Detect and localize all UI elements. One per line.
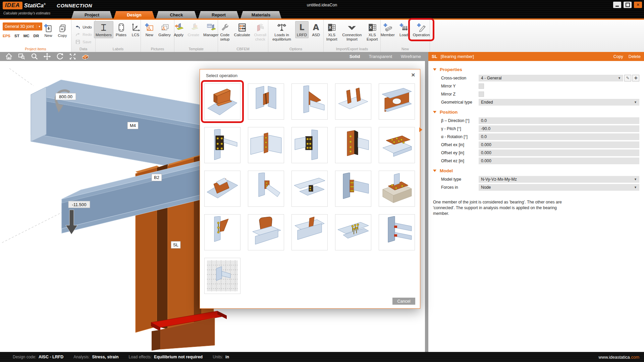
ribbon-button-lcs[interactable]: LCS xyxy=(129,21,142,38)
maximize-button[interactable] xyxy=(624,2,632,8)
minimize-button[interactable] xyxy=(613,2,621,8)
ribbon-button-operation[interactable]: Operation xyxy=(411,21,432,38)
new-project-item-button[interactable]: New xyxy=(42,22,55,39)
solid-box-icon[interactable] xyxy=(81,53,89,61)
operation-thumbnail-cap[interactable] xyxy=(248,214,284,250)
operation-thumbnail-splice-plate[interactable] xyxy=(291,127,328,163)
cross-section-select[interactable]: 4 - General▼ xyxy=(479,75,623,81)
ribbon-button-xls-import[interactable]: XXLS Import xyxy=(324,21,340,42)
ribbon-button-member[interactable]: Member xyxy=(379,21,396,38)
operation-thumbnail-workplane[interactable] xyxy=(204,258,240,294)
ribbon-button-undo[interactable]: Undo xyxy=(73,23,94,31)
close-button[interactable]: ✕ xyxy=(634,2,642,8)
copy-member-button[interactable]: Copy xyxy=(613,54,623,59)
section-header-position[interactable]: Position xyxy=(433,110,639,115)
mode-toggle-mc[interactable]: MC xyxy=(23,34,30,38)
ribbon-button-asd[interactable]: AASD xyxy=(309,21,323,38)
offset-ex-in-input[interactable]: 0.000 xyxy=(479,141,639,148)
pencil-icon: ✎ xyxy=(626,76,629,80)
pitch-input[interactable]: -90.0 xyxy=(479,125,639,132)
operation-thumbnail-fin-plate[interactable] xyxy=(248,171,284,207)
operation-thumbnail-stub-plates[interactable] xyxy=(248,83,284,120)
delete-member-button[interactable]: Delete xyxy=(629,54,641,59)
operation-thumbnail-connecting-plate[interactable] xyxy=(204,127,240,163)
geometrical-type-select[interactable]: Ended▼ xyxy=(479,99,639,106)
forces-in-select[interactable]: Node▼ xyxy=(479,184,639,191)
cancel-button[interactable]: Cancel xyxy=(392,298,415,305)
rotate-icon[interactable] xyxy=(56,53,64,61)
operation-thumbnail-wide-rib[interactable] xyxy=(291,83,328,120)
operation-thumbnail-end-plate[interactable] xyxy=(248,127,284,163)
ribbon-button-create[interactable]: Create xyxy=(186,21,201,38)
operation-thumbnail-bolt-grid[interactable] xyxy=(335,214,371,250)
model-type-select[interactable]: N-Vy-Vz-Mx-My-Mz▼ xyxy=(479,176,639,183)
operation-thumbnail-weld[interactable] xyxy=(379,214,415,250)
ribbon-button-members[interactable]: ⌶Members xyxy=(94,21,113,38)
zoom-icon[interactable] xyxy=(30,53,38,61)
ribbon-button-new[interactable]: New xyxy=(143,21,156,38)
view-mode-solid[interactable]: Solid xyxy=(350,54,360,59)
section-header-properties[interactable]: Properties xyxy=(433,67,639,72)
dialog-close-button[interactable]: ✕ xyxy=(411,72,415,78)
ribbon-button-gallery[interactable]: Gallery xyxy=(157,21,172,38)
operation-thumbnail-base-plate[interactable] xyxy=(379,171,415,207)
panel-scrollbar[interactable] xyxy=(425,61,428,352)
view-mode-transparent[interactable]: Transparent xyxy=(369,54,392,59)
section-header-model[interactable]: Model xyxy=(433,168,639,173)
offset-ey-in-input[interactable]: 0.000 xyxy=(479,149,639,156)
operation-thumbnail-stiffeners[interactable] xyxy=(335,83,371,120)
ribbon-button-xls-export[interactable]: XXLS Export xyxy=(364,21,380,42)
mirror-z-checkbox[interactable] xyxy=(479,92,484,97)
view-mode-wireframe[interactable]: Wireframe xyxy=(401,54,421,59)
operation-thumbnail-gusset[interactable] xyxy=(204,171,240,207)
member-label-m4[interactable]: M4 xyxy=(127,122,138,129)
operation-thumbnail-anchor-cleat[interactable] xyxy=(204,214,240,250)
ribbon-button-apply[interactable]: Apply xyxy=(172,21,185,38)
xls-icon: X xyxy=(327,22,337,33)
ribbon-button-overall-check[interactable]: Overall check xyxy=(253,21,268,42)
member-label-sl[interactable]: SL xyxy=(171,241,180,248)
ribbon-button-manager[interactable]: Manager xyxy=(202,21,220,38)
viewport-toolbar-icons xyxy=(5,53,89,61)
operation-thumbnail-cap-plate[interactable] xyxy=(379,127,415,163)
tab-materials[interactable]: Materials xyxy=(240,11,281,18)
pan-icon[interactable] xyxy=(43,53,51,61)
fit-icon[interactable] xyxy=(68,53,76,61)
mode-toggle-st[interactable]: ST xyxy=(14,34,19,38)
direction-input[interactable]: 0.0 xyxy=(479,117,639,124)
ribbon-button-save[interactable]: Save xyxy=(73,38,93,46)
operation-thumbnail-cut[interactable] xyxy=(204,83,240,120)
ribbon-button-calculate[interactable]: Calculate xyxy=(232,21,252,38)
tab-check[interactable]: Check xyxy=(156,11,197,18)
rotation-input[interactable]: 0.0 xyxy=(479,133,639,140)
ribbon-button-load[interactable]: Load xyxy=(397,21,411,38)
tab-project[interactable]: Project xyxy=(71,11,112,18)
mirror-y-checkbox[interactable] xyxy=(479,83,484,89)
operation-thumbnail-beam-to-beam[interactable] xyxy=(291,171,328,207)
status-design-code: Design code:AISC - LRFD xyxy=(13,355,63,359)
ribbon-button-code-setup[interactable]: Code setup xyxy=(218,21,232,42)
construction-line xyxy=(9,68,34,86)
ribbon-button-lrfd[interactable]: LLRFD xyxy=(295,21,309,38)
mode-toggle-dr[interactable]: DR xyxy=(34,34,39,38)
home-icon[interactable] xyxy=(5,53,13,61)
edit-cross-section-button[interactable]: ✎ xyxy=(624,75,631,81)
ribbon-button-plates[interactable]: Plates xyxy=(114,21,128,38)
ribbon-button-loads-in-equilibrium[interactable]: Loads in equilibrium xyxy=(269,21,294,42)
operation-thumbnail-inclined-stiffener[interactable] xyxy=(291,214,328,250)
offset-ez-in-input[interactable]: 0.000 xyxy=(479,158,639,164)
zoom-window-icon[interactable] xyxy=(17,53,25,61)
website-link[interactable]: www.ideastatica.com xyxy=(599,355,639,360)
ribbon-button-redo[interactable]: Redo xyxy=(73,31,94,38)
ribbon-button-connection-import[interactable]: Connection Import xyxy=(340,21,363,42)
copy-project-item-button[interactable]: Copy xyxy=(56,22,69,39)
operation-thumbnail-opening[interactable] xyxy=(379,83,415,120)
joint-type-select[interactable]: General 3D joint ▾ xyxy=(3,22,42,31)
tab-design[interactable]: Design xyxy=(114,11,155,18)
mode-toggle-eps[interactable]: EPS xyxy=(3,34,10,38)
operation-thumbnail-moment-plate[interactable] xyxy=(335,127,371,163)
operation-thumbnail-bolted-connection[interactable] xyxy=(335,171,371,207)
tab-report[interactable]: Report xyxy=(198,11,239,18)
add-cross-section-button[interactable]: ✚ xyxy=(632,75,639,81)
member-label-b2[interactable]: B2 xyxy=(152,174,162,181)
